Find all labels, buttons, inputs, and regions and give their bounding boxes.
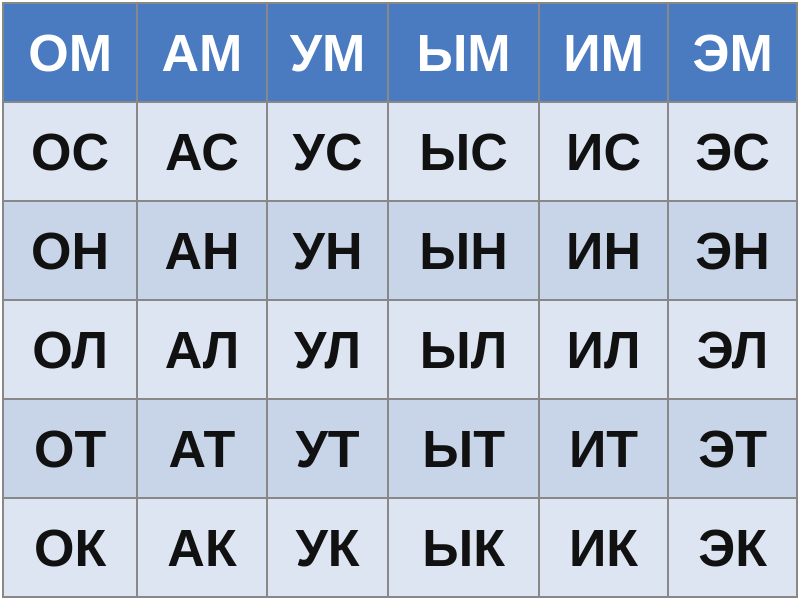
syllable-cell: ОТ (3, 399, 137, 498)
header-cell: ИМ (539, 3, 668, 102)
header-cell: АМ (137, 3, 267, 102)
header-cell: ЭМ (668, 3, 797, 102)
syllable-cell: ЭС (668, 102, 797, 201)
syllable-cell: ЭТ (668, 399, 797, 498)
syllable-cell: ОК (3, 498, 137, 597)
syllable-cell: ЫС (388, 102, 539, 201)
syllable-cell: ОЛ (3, 300, 137, 399)
syllable-cell: УК (267, 498, 389, 597)
syllable-cell: ОС (3, 102, 137, 201)
syllable-cell: ИЛ (539, 300, 668, 399)
syllable-cell: ОН (3, 201, 137, 300)
syllable-cell: АЛ (137, 300, 267, 399)
syllable-cell: УН (267, 201, 389, 300)
syllable-cell: ЫТ (388, 399, 539, 498)
syllable-cell: ЭЛ (668, 300, 797, 399)
syllable-cell: АТ (137, 399, 267, 498)
syllable-cell: УС (267, 102, 389, 201)
syllable-cell: ИН (539, 201, 668, 300)
syllable-table: ОМАМУМЫМИМЭМОСАСУСЫСИСЭСОНАНУНЫНИНЭНОЛАЛ… (2, 2, 798, 598)
syllable-cell: АК (137, 498, 267, 597)
syllable-cell: ЫЛ (388, 300, 539, 399)
syllable-cell: ЫК (388, 498, 539, 597)
syllable-cell: ЫН (388, 201, 539, 300)
syllable-cell: УТ (267, 399, 389, 498)
syllable-cell: ИК (539, 498, 668, 597)
header-cell: ЫМ (388, 3, 539, 102)
syllable-cell: ЭН (668, 201, 797, 300)
syllable-cell: ИТ (539, 399, 668, 498)
syllable-cell: АС (137, 102, 267, 201)
syllable-cell: ЭК (668, 498, 797, 597)
syllable-cell: УЛ (267, 300, 389, 399)
header-cell: ОМ (3, 3, 137, 102)
syllable-cell: ИС (539, 102, 668, 201)
syllable-cell: АН (137, 201, 267, 300)
header-cell: УМ (267, 3, 389, 102)
